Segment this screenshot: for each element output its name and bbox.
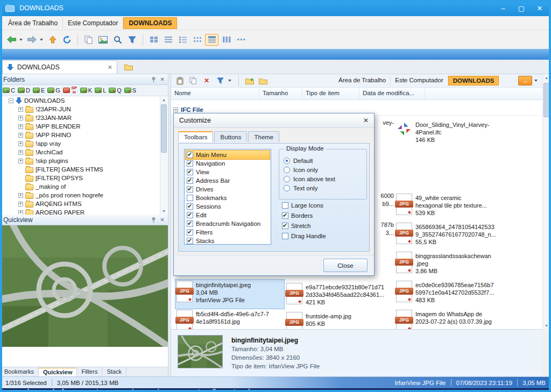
radio-icon[interactable] xyxy=(284,176,290,182)
filter-funnel-icon[interactable] xyxy=(214,75,226,86)
back-menu-caret[interactable] xyxy=(19,39,23,41)
breadcrumb-item[interactable]: DOWNLOADS xyxy=(123,17,177,29)
tree-root-downloads[interactable]: DOWNLOADS xyxy=(0,96,168,105)
scroll-up-icon[interactable] xyxy=(543,74,550,81)
file-item[interactable]: JPG binginfinitytaipei.jpeg 3,04 MB Irfa… xyxy=(175,280,284,309)
tree-item[interactable]: ARQENG PAPER xyxy=(0,208,168,215)
column-header[interactable]: Tamanho xyxy=(259,88,302,99)
tree-item[interactable]: !ArchiCad xyxy=(0,148,168,156)
filter-button[interactable] xyxy=(125,32,139,47)
panel-tab[interactable]: Filters xyxy=(77,368,102,376)
radio-option[interactable]: Text only xyxy=(284,183,362,193)
back-button[interactable] xyxy=(4,32,19,47)
minimize-button[interactable]: – xyxy=(494,1,512,15)
close-button[interactable]: ✕ xyxy=(531,1,549,15)
expand-icon[interactable] xyxy=(18,150,23,155)
checkbox[interactable] xyxy=(187,220,193,227)
panel-tab[interactable]: Quickview xyxy=(39,368,77,376)
dialog-tab[interactable]: Toolbars xyxy=(178,131,213,142)
breadcrumb-item[interactable]: Área de Trabalho xyxy=(3,18,63,28)
expand-icon[interactable] xyxy=(18,141,23,146)
forward-menu-caret[interactable] xyxy=(40,39,43,41)
up-button[interactable] xyxy=(45,32,60,47)
go-button[interactable] xyxy=(518,76,532,85)
file-item[interactable]: JPG ec0de0ce9396785eae7156b7 5997c1e0a41… xyxy=(395,280,504,309)
breadcrumb-item[interactable]: DOWNLOADS xyxy=(448,76,499,85)
drive-item[interactable]: L xyxy=(95,87,106,94)
file-item[interactable]: JPG 365869364_24781054142533 9_355274676… xyxy=(395,222,504,251)
breadcrumb-item[interactable]: Área de Trabalho xyxy=(334,76,391,85)
dialog-tab[interactable]: Theme xyxy=(248,131,279,142)
checkbox[interactable] xyxy=(187,195,193,201)
dialog-title-bar[interactable]: Customize ✕ xyxy=(174,113,374,128)
radio-option[interactable]: Icon only xyxy=(284,165,362,174)
radio-icon[interactable] xyxy=(284,167,290,173)
tree-item[interactable]: !app vray xyxy=(0,139,168,148)
drive-item[interactable]: SP H xyxy=(63,86,77,95)
scroll-down-icon[interactable] xyxy=(160,208,167,215)
pin-icon[interactable] xyxy=(151,217,156,223)
file-item[interactable]: JPG Imagem do WhatsApp de 2023-07-22 à(s… xyxy=(395,309,504,329)
file-item[interactable]: JPG e9a771ebcde9321b80e71d71 2d33a34fd45… xyxy=(285,282,394,311)
view-strip-button[interactable] xyxy=(234,34,248,46)
tree-item[interactable]: _making of xyxy=(0,182,168,191)
toolbar-list-item[interactable]: Edit xyxy=(186,211,270,219)
expand-icon[interactable] xyxy=(18,210,23,215)
view-details-columns-button[interactable] xyxy=(205,34,218,46)
go-menu-caret[interactable] xyxy=(534,80,538,82)
new-folder-icon[interactable] xyxy=(244,75,256,86)
file-list-scrollbar[interactable] xyxy=(542,74,549,329)
scroll-down-icon[interactable] xyxy=(543,322,550,329)
column-header[interactable]: Tipo de item xyxy=(302,88,359,99)
drive-item[interactable]: S xyxy=(124,87,136,94)
folders-close-icon[interactable] xyxy=(160,76,165,82)
tab-downloads[interactable]: DOWNLOADS xyxy=(2,60,117,74)
file-item[interactable]: JPG fb5cd4f4-dd5e-49e6-a7c7-7 4e1a8f9161… xyxy=(175,309,284,329)
column-header[interactable]: Nome xyxy=(171,88,259,99)
toolbar-list-item[interactable]: Main Menu xyxy=(186,151,270,159)
collapse-icon[interactable] xyxy=(9,98,13,103)
drive-item[interactable]: E xyxy=(33,87,45,94)
toolbar-list-item[interactable]: Bookmarks xyxy=(186,194,270,202)
toolbar-list-item[interactable]: Breadcrumb Navigation xyxy=(186,219,270,228)
checkbox[interactable] xyxy=(282,223,288,229)
tree-item[interactable]: !APP BLENDER xyxy=(0,122,168,131)
radio-option[interactable]: Default xyxy=(284,156,362,165)
toolbar-list-item[interactable]: Sessions xyxy=(186,202,270,211)
view-details-button[interactable] xyxy=(176,34,189,46)
view-list-button[interactable] xyxy=(161,34,175,46)
tree-item[interactable]: !skp plugins xyxy=(0,156,168,165)
tree-item[interactable]: _pós prod ronen hogrefe xyxy=(0,191,168,199)
expand-icon[interactable] xyxy=(18,124,23,129)
tree-item[interactable]: !23JAN-MAR xyxy=(0,113,168,122)
radio-option[interactable]: Icon above text xyxy=(284,174,362,183)
new-tab-button[interactable] xyxy=(122,61,136,73)
view-small-icons-button[interactable] xyxy=(190,34,204,46)
radio-icon[interactable] xyxy=(284,158,290,164)
view-columns-button[interactable] xyxy=(220,34,233,46)
copy-button[interactable] xyxy=(81,32,96,47)
dialog-close-icon[interactable]: ✕ xyxy=(363,117,369,124)
file-item[interactable]: JPG fruntside-amp.jpg 805 KB xyxy=(285,311,394,329)
quickview-close-icon[interactable] xyxy=(160,217,165,223)
drive-item[interactable]: K xyxy=(80,87,92,94)
drive-item[interactable]: G xyxy=(47,87,60,94)
copy-small-icon[interactable] xyxy=(187,75,199,86)
delete-icon[interactable] xyxy=(201,75,213,86)
checkbox[interactable] xyxy=(187,229,193,236)
drive-item[interactable]: Q xyxy=(109,87,122,94)
file-item[interactable]: JPG 49_white ceramic hexagonal tile pbr … xyxy=(395,193,504,222)
view-large-icons-button[interactable] xyxy=(147,34,160,46)
toolbar-list-item[interactable]: Stacks xyxy=(186,237,270,245)
column-header[interactable]: Data de modifica... xyxy=(359,88,425,99)
expand-icon[interactable] xyxy=(18,202,23,206)
preview-button[interactable] xyxy=(96,32,110,47)
checkbox[interactable] xyxy=(187,152,193,158)
checkbox[interactable] xyxy=(282,212,288,219)
scroll-up-icon[interactable] xyxy=(160,96,167,103)
forward-button[interactable] xyxy=(25,32,39,47)
checkbox[interactable] xyxy=(187,177,193,184)
checkbox[interactable] xyxy=(187,160,193,167)
tree-scrollbar[interactable] xyxy=(160,96,167,215)
scrollbar-thumb[interactable] xyxy=(543,83,549,117)
